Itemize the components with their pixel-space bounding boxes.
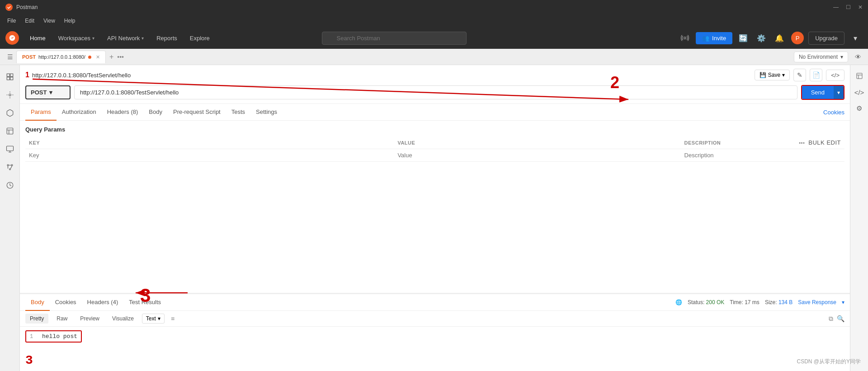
method-label: POST [31, 89, 47, 96]
more-tabs-icon[interactable]: ••• [117, 53, 124, 61]
menu-edit[interactable]: Edit [21, 17, 38, 25]
nav-home[interactable]: Home [24, 32, 51, 44]
nav-workspaces[interactable]: Workspaces ▾ [53, 32, 100, 44]
request-panel: 1 http://127.0.0.1:8080/TestServlet/hell… [20, 65, 850, 371]
postman-logo[interactable] [5, 31, 19, 45]
tab-pre-request[interactable]: Pre-request Script [168, 104, 226, 121]
menu-view[interactable]: View [40, 17, 59, 25]
menu-help[interactable]: Help [61, 17, 79, 25]
environment-selector[interactable]: No Environment ▾ [794, 52, 848, 62]
format-tab-preview[interactable]: Preview [75, 314, 104, 324]
env-eye-icon[interactable]: 👁 [852, 51, 864, 63]
tab-tests[interactable]: Tests [226, 104, 250, 121]
key-input[interactable] [29, 152, 390, 159]
nav-api-network[interactable]: API Network ▾ [102, 32, 149, 44]
minimize-button[interactable]: — [833, 4, 839, 10]
breadcrumb-actions: 💾 Save ▾ ✎ 📄 </> [755, 69, 844, 81]
send-chevron-button[interactable]: ▾ [834, 86, 844, 99]
avatar-icon-btn[interactable]: P [790, 31, 805, 45]
tab-params[interactable]: Params [25, 104, 57, 121]
maximize-button[interactable]: ☐ [846, 4, 851, 10]
nav-explore-label: Explore [190, 35, 210, 42]
sidebar-api-icon[interactable] [2, 87, 18, 103]
sidebar-env-icon[interactable] [2, 105, 18, 121]
resp-tab-body-label: Body [31, 299, 44, 305]
tab-settings[interactable]: Settings [250, 104, 283, 121]
right-panel-layout-icon[interactable] [852, 69, 867, 83]
sidebar-collection-icon[interactable] [2, 69, 18, 85]
collection-icon-btn[interactable]: ☰ [4, 51, 16, 63]
format-tab-visualize[interactable]: Visualize [108, 314, 138, 324]
notifications-icon-btn[interactable]: 🔔 [772, 31, 787, 45]
desc-input[interactable] [684, 152, 841, 159]
upgrade-button[interactable]: Upgrade [808, 32, 844, 45]
sidebar-mock-icon[interactable] [2, 123, 18, 139]
resp-tab-body[interactable]: Body [25, 294, 50, 311]
response-line-1-code: hello post [42, 333, 77, 340]
resp-tab-test-results[interactable]: Test Results [123, 294, 166, 311]
right-panel-code-icon[interactable]: </> [852, 85, 867, 99]
resp-tab-cookies[interactable]: Cookies [50, 294, 82, 311]
nav-reports[interactable]: Reports [151, 32, 183, 44]
cookies-link[interactable]: Cookies [823, 109, 844, 116]
annotation-3: 3 [25, 353, 844, 367]
tab-unsaved-indicator [88, 56, 91, 59]
breadcrumb-row: 1 http://127.0.0.1:8080/TestServlet/hell… [25, 69, 844, 81]
bulk-edit-button[interactable]: Bulk Edit [808, 139, 841, 146]
sidebar-history-icon[interactable] [2, 177, 18, 193]
wrap-lines-icon[interactable]: ≡ [171, 315, 175, 322]
tab-authorization[interactable]: Authorization [57, 104, 102, 121]
menu-file[interactable]: File [4, 17, 19, 25]
format-type-selector[interactable]: Text ▾ [142, 314, 165, 324]
method-selector[interactable]: POST ▾ [25, 85, 71, 99]
tab-auth-label: Authorization [62, 108, 96, 115]
satellite-icon-btn[interactable] [678, 31, 692, 45]
col-desc-header: DESCRIPTION ••• Bulk Edit [681, 136, 844, 149]
format-tab-raw[interactable]: Raw [52, 314, 72, 324]
search-input[interactable] [322, 32, 467, 45]
params-section: Query Params KEY VALUE DESCRIPTION [20, 121, 850, 293]
invite-button[interactable]: 👥 Invite [696, 32, 732, 44]
nav-reports-label: Reports [156, 35, 177, 42]
nav-explore[interactable]: Explore [184, 32, 215, 44]
tab-settings-label: Settings [256, 108, 277, 115]
sidebar-monitor-icon[interactable] [2, 141, 18, 157]
globe-icon: 🌐 [675, 299, 682, 305]
params-more-icon[interactable]: ••• [799, 140, 805, 146]
response-status-bar: 🌐 Status: 200 OK Time: 17 ms Size: 134 B… [675, 299, 844, 305]
sync-icon-btn[interactable]: 🔄 [736, 31, 750, 45]
col-key-header: KEY [25, 136, 394, 149]
sidebar-flows-icon[interactable] [2, 159, 18, 175]
svg-point-11 [9, 169, 10, 170]
right-panel-settings-icon[interactable]: ⚙ [852, 101, 867, 116]
send-button[interactable]: Send [802, 86, 834, 99]
code-snippet-button[interactable]: </> [826, 70, 844, 81]
search-area: 🔍 [322, 32, 467, 45]
svg-rect-8 [6, 146, 13, 151]
request-tab-active[interactable]: POST http://127.0.0.1:8080/ ✕ [16, 51, 106, 63]
edit-icon-btn[interactable]: ✎ [793, 69, 806, 81]
response-body-content-box: 1 hello post [25, 330, 82, 343]
search-response-icon[interactable]: 🔍 [837, 315, 844, 323]
line-number-1: 1 [30, 333, 33, 340]
format-tab-pretty[interactable]: Pretty [25, 314, 48, 324]
value-input[interactable] [397, 152, 677, 159]
breadcrumb-area: 1 http://127.0.0.1:8080/TestServlet/hell… [25, 71, 131, 79]
url-input[interactable] [74, 85, 797, 99]
copy-icon[interactable]: ⧉ [829, 315, 833, 323]
tab-close-icon[interactable]: ✕ [96, 54, 100, 60]
save-response-button[interactable]: Save Response [798, 299, 836, 305]
upgrade-chevron-icon[interactable]: ▾ [848, 31, 863, 45]
close-button[interactable]: ✕ [858, 4, 863, 10]
settings-icon-btn[interactable]: ⚙️ [754, 31, 769, 45]
save-button[interactable]: 💾 Save ▾ [755, 70, 790, 80]
add-tab-button[interactable]: + [106, 53, 117, 61]
tab-headers[interactable]: Headers (8) [102, 104, 144, 121]
save-resp-chevron-icon[interactable]: ▾ [842, 299, 844, 305]
tab-body[interactable]: Body [143, 104, 168, 121]
resp-tab-headers[interactable]: Headers (4) [82, 294, 124, 311]
tabbar: ☰ POST http://127.0.0.1:8080/ ✕ + ••• No… [0, 49, 868, 65]
document-icon-btn[interactable]: 📄 [810, 69, 822, 81]
svg-rect-13 [857, 73, 862, 79]
svg-rect-5 [10, 77, 13, 80]
